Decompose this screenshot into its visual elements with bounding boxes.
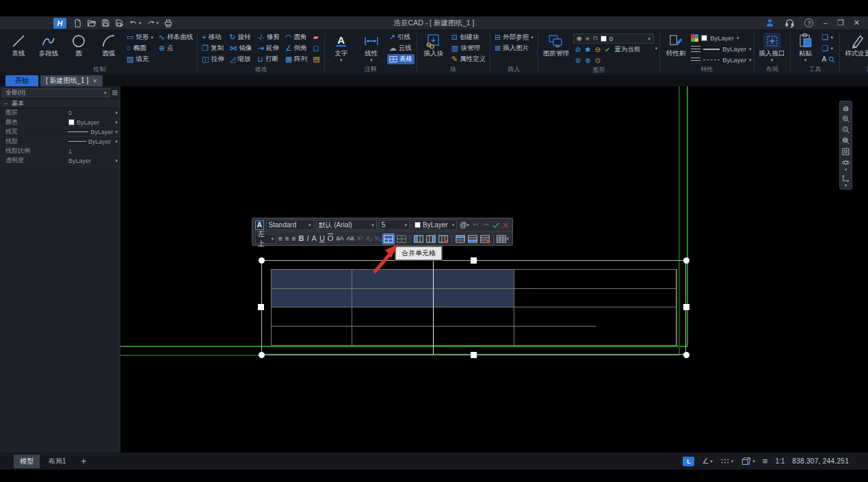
- explode-button[interactable]: ▤: [311, 54, 321, 64]
- xref-button[interactable]: ⊟外部参照▾: [492, 32, 536, 42]
- save-as-button[interactable]: [115, 18, 124, 27]
- group-button[interactable]: ❏▾: [820, 32, 838, 42]
- justify-combo[interactable]: 左上▾: [255, 234, 276, 244]
- uppercase-button[interactable]: Aä: [345, 236, 354, 242]
- property-row-color[interactable]: 颜色 ByLayer▾: [0, 118, 120, 127]
- snap-grid-button[interactable]: ▾: [720, 457, 734, 466]
- redo-icon[interactable]: [482, 221, 490, 229]
- find-replace-button[interactable]: A: [820, 54, 838, 64]
- selection-filter-combo[interactable]: 全部(0) ▾: [2, 88, 110, 97]
- linear-dimension-button[interactable]: 线性 ▾: [357, 31, 386, 62]
- tab-start[interactable]: 开始: [5, 75, 38, 86]
- layer-gallery-caret-icon[interactable]: ▾: [655, 46, 658, 51]
- grip-top-left[interactable]: [259, 257, 265, 264]
- undo-button[interactable]: ▾: [129, 18, 142, 27]
- zoom-in-button[interactable]: [841, 114, 850, 123]
- property-row-lineweight[interactable]: 线宽 ByLayer▾: [0, 127, 120, 137]
- delete-column-button[interactable]: [438, 235, 449, 243]
- close-tab-icon[interactable]: ✕: [92, 78, 97, 84]
- annotation-scale[interactable]: 1:1: [775, 457, 785, 465]
- grip-top-right[interactable]: [683, 257, 689, 264]
- tab-layout1[interactable]: 布局1: [42, 455, 73, 468]
- support-headset-icon[interactable]: [785, 18, 795, 28]
- insert-column-left-button[interactable]: [413, 235, 424, 243]
- ok-check-icon[interactable]: [492, 221, 500, 229]
- pan-button[interactable]: [841, 103, 850, 112]
- layer-walk-icon[interactable]: ⊙: [594, 57, 600, 64]
- array-button[interactable]: ▦阵列: [283, 54, 309, 64]
- save-button[interactable]: [101, 18, 110, 27]
- new-file-button[interactable]: [73, 18, 82, 28]
- insert-column-right-button[interactable]: [425, 235, 436, 243]
- ortho-mode-button[interactable]: L: [683, 457, 694, 466]
- zoom-out-button[interactable]: [841, 125, 850, 134]
- line-button[interactable]: 直线: [4, 31, 33, 58]
- block-manager-button[interactable]: ▥块管理: [449, 43, 488, 53]
- property-row-transparency[interactable]: 透明度 ByLayer▾: [0, 156, 120, 166]
- polyline-button[interactable]: 多段线: [34, 31, 63, 58]
- lineweight-control[interactable]: ByLayer ▾: [691, 44, 751, 54]
- align-right-button[interactable]: ≡: [291, 236, 297, 242]
- arc-button[interactable]: 圆弧: [94, 31, 123, 58]
- scale-button[interactable]: ◿缩放: [228, 54, 254, 64]
- grip-top-middle[interactable]: [471, 257, 477, 264]
- text-color-combo[interactable]: ByLayer▾: [412, 220, 457, 230]
- create-block-button[interactable]: ⊡创建块: [449, 32, 488, 42]
- tab-drawing[interactable]: [ 新建图纸_1 ] ✕: [40, 75, 103, 86]
- layer-manager-button[interactable]: 图层管理: [540, 31, 572, 58]
- move-button[interactable]: +移动: [200, 32, 226, 42]
- circle-button[interactable]: 圆: [64, 31, 93, 58]
- insert-row-below-button[interactable]: [467, 235, 478, 243]
- region-button[interactable]: ◻: [311, 43, 321, 53]
- new-layout-button[interactable]: +: [75, 454, 93, 468]
- open-file-button[interactable]: [87, 18, 96, 28]
- drawing-canvas[interactable]: ▾ ▾ A Standard▾ 默认 (Arial)▾ 5▾ ByLayer▾ …: [120, 86, 868, 453]
- insert-block-button[interactable]: 插入块: [419, 31, 448, 58]
- delete-row-button[interactable]: [479, 235, 490, 243]
- user-account-icon[interactable]: [765, 18, 775, 28]
- undo-icon[interactable]: [472, 221, 480, 229]
- layer-lock-tool-icon[interactable]: ⊖: [594, 46, 600, 53]
- collapse-section-icon[interactable]: −: [4, 101, 8, 107]
- insert-image-button[interactable]: ⊠插入图片: [492, 43, 536, 53]
- property-row-linetype-scale[interactable]: 线型比例 1: [0, 147, 120, 156]
- polar-tracking-button[interactable]: ∠▾: [702, 457, 712, 466]
- grip-bottom-right[interactable]: [683, 352, 689, 358]
- extend-button[interactable]: ⇥延伸: [256, 43, 282, 53]
- grip-bottom-left[interactable]: [259, 352, 265, 358]
- property-row-layer[interactable]: 图层 0▾: [0, 108, 120, 118]
- quick-select-icon[interactable]: ⊞: [112, 89, 118, 97]
- color-control[interactable]: ByLayer ▾: [691, 33, 751, 43]
- layer-isolate-icon[interactable]: ⊜: [575, 58, 581, 64]
- property-row-linetype[interactable]: 线型 ByLayer▾: [0, 137, 120, 147]
- ungroup-button[interactable]: ❑▾: [820, 43, 838, 53]
- copy-button[interactable]: ❐复制: [200, 43, 226, 53]
- spline-button[interactable]: ∿样条曲线: [157, 32, 195, 42]
- italic-button[interactable]: I: [306, 235, 309, 242]
- match-properties-button[interactable]: 特性刷: [662, 31, 689, 58]
- underline-button[interactable]: U: [319, 235, 326, 242]
- help-icon[interactable]: ?: [804, 18, 813, 27]
- orbit-button[interactable]: ▾: [841, 158, 850, 172]
- text-style-combo[interactable]: Standard▾: [266, 220, 314, 230]
- layer-merge-icon[interactable]: ⊗: [585, 58, 590, 64]
- align-center-button[interactable]: ≡: [285, 236, 290, 242]
- attribute-define-button[interactable]: ✎属性定义: [449, 54, 488, 64]
- rotate-button[interactable]: ↻旋转: [228, 32, 254, 42]
- paste-button[interactable]: 粘贴 ▾: [793, 31, 819, 62]
- fillet-button[interactable]: ◠圆角: [283, 32, 309, 42]
- zoom-extents-button[interactable]: [841, 147, 850, 156]
- merge-cells-button[interactable]: [382, 233, 395, 244]
- layer-combo[interactable]: ◉ ☀ ⊓ 0 ▾: [573, 34, 654, 44]
- layer-freeze-tool-icon[interactable]: ✱: [585, 47, 590, 53]
- subscript-button[interactable]: X₂: [365, 236, 373, 242]
- stack-fraction-button[interactable]: ᵇ⁄ₐ: [374, 236, 381, 242]
- insert-viewport-button[interactable]: 插入视口 ▾: [757, 31, 788, 62]
- hatch-button[interactable]: ▨填充: [124, 54, 155, 64]
- mirror-button[interactable]: ⋈镜像: [228, 43, 254, 53]
- text-height-combo[interactable]: 5▾: [379, 220, 410, 230]
- unmerge-cells-button[interactable]: [396, 235, 407, 243]
- chamfer-button[interactable]: ∠倒角: [283, 43, 309, 53]
- style-settings-button[interactable]: 样式设置: [842, 31, 868, 58]
- font-combo[interactable]: 默认 (Arial)▾: [316, 220, 377, 230]
